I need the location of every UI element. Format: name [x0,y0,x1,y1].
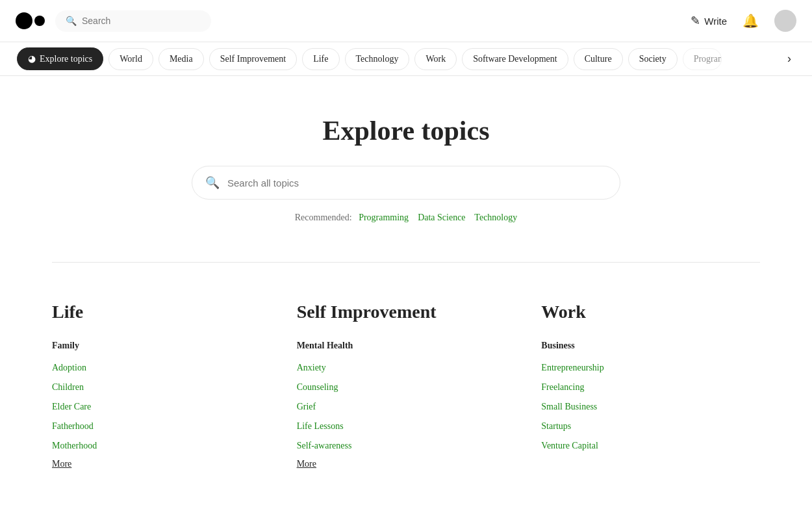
nav-item-world[interactable]: World [108,48,153,70]
link-freelancing[interactable]: Freelancing [541,382,584,392]
list-item: Startups [541,416,760,436]
topic-nav: ◕ Explore topics World Media Self Improv… [0,42,812,76]
subcategory-mental-health: Mental Health Anxiety Counseling Grief L… [297,341,516,469]
topics-grid: Life Family Adoption Children Elder Care… [52,276,760,520]
link-adoption[interactable]: Adoption [52,363,86,372]
header-search-box[interactable]: 🔍 [55,10,211,32]
category-self-improvement: Self Improvement Mental Health Anxiety C… [297,302,516,482]
category-work-title: Work [541,302,760,322]
subcategory-business-title: Business [541,341,760,351]
nav-chevron-right[interactable]: › [782,49,796,68]
nav-item-world-label: World [120,54,142,64]
write-button[interactable]: ✎ Write [691,14,727,28]
list-item: Fatherhood [52,416,271,436]
header-search-icon: 🔍 [66,16,77,27]
recommended-link-data-science[interactable]: Data Science [418,213,465,222]
subcategory-business-links: Entrepreneurship Freelancing Small Busin… [541,358,760,455]
subcategory-family-links: Adoption Children Elder Care Fatherhood … [52,358,271,455]
nav-item-media[interactable]: Media [159,48,204,70]
nav-item-society[interactable]: Society [628,48,678,70]
subcategory-family-title: Family [52,341,271,351]
list-item: Counseling [297,377,516,396]
link-elder-care[interactable]: Elder Care [52,402,91,411]
nav-item-software-development-label: Software Development [473,54,557,64]
nav-item-life-label: Life [313,54,328,64]
link-children[interactable]: Children [52,382,84,392]
nav-item-technology[interactable]: Technology [345,48,410,70]
nav-item-explore-topics-label: Explore topics [40,54,92,64]
nav-item-culture[interactable]: Culture [574,48,623,70]
nav-item-media-label: Media [170,54,193,64]
logo-icon [16,12,45,29]
write-label: Write [704,16,727,27]
logo[interactable] [16,12,45,29]
list-item: Grief [297,396,516,416]
link-life-lessons[interactable]: Life Lessons [297,421,344,431]
hero-search-box[interactable]: 🔍 [192,166,620,200]
list-item: Self-awareness [297,436,516,455]
write-icon: ✎ [691,14,700,28]
category-life-title: Life [52,302,271,322]
link-motherhood[interactable]: Motherhood [52,441,97,450]
recommended-link-programming[interactable]: Programming [359,213,409,222]
nav-item-work[interactable]: Work [414,48,457,70]
subcategory-family: Family Adoption Children Elder Care Fath… [52,341,271,469]
recommended-label: Recommended: [295,213,352,222]
nav-item-software-development[interactable]: Software Development [462,48,568,70]
hero-search-input[interactable] [227,177,607,188]
category-work: Work Business Entrepreneurship Freelanci… [541,302,760,482]
hero-title: Explore topics [52,115,760,146]
subcategory-business: Business Entrepreneurship Freelancing Sm… [541,341,760,455]
main-content: Explore topics 🔍 Recommended: Programmin… [0,76,812,520]
header: 🔍 ✎ Write 🔔 [0,0,812,42]
list-item: Anxiety [297,358,516,377]
nav-item-work-label: Work [425,54,446,64]
list-item: Adoption [52,358,271,377]
nav-item-self-improvement-label: Self Improvement [220,54,286,64]
list-item: Life Lessons [297,416,516,436]
notifications-icon[interactable]: 🔔 [742,13,759,29]
nav-item-society-label: Society [639,54,666,64]
topic-nav-inner: ◕ Explore topics World Media Self Improv… [16,42,782,75]
list-item: Venture Capital [541,436,760,455]
link-counseling[interactable]: Counseling [297,382,338,392]
list-item: Children [52,377,271,396]
header-search-input[interactable] [82,16,186,26]
list-item: Entrepreneurship [541,358,760,377]
nav-item-technology-label: Technology [356,54,399,64]
header-right: ✎ Write 🔔 [691,10,796,32]
link-small-business[interactable]: Small Business [541,402,597,411]
family-more-link[interactable]: More [52,459,71,469]
link-self-awareness[interactable]: Self-awareness [297,441,352,450]
link-fatherhood[interactable]: Fatherhood [52,421,94,431]
list-item: Small Business [541,396,760,416]
list-item: Elder Care [52,396,271,416]
nav-item-self-improvement[interactable]: Self Improvement [209,48,297,70]
category-self-improvement-title: Self Improvement [297,302,516,322]
hero-search-icon: 🔍 [205,176,220,190]
recommended-section: Recommended: Programming Data Science Te… [52,213,760,223]
subcategory-mental-health-title: Mental Health [297,341,516,351]
link-grief[interactable]: Grief [297,402,316,411]
list-item: Freelancing [541,377,760,396]
link-entrepreneurship[interactable]: Entrepreneurship [541,363,603,372]
section-divider [52,262,760,263]
recommended-link-technology[interactable]: Technology [474,213,517,222]
category-life: Life Family Adoption Children Elder Care… [52,302,271,482]
subcategory-mental-health-links: Anxiety Counseling Grief Life Lessons Se… [297,358,516,455]
link-venture-capital[interactable]: Venture Capital [541,441,598,450]
nav-item-explore-topics[interactable]: ◕ Explore topics [17,47,103,70]
link-startups[interactable]: Startups [541,421,571,431]
nav-item-life[interactable]: Life [302,48,339,70]
mental-health-more-link[interactable]: More [297,459,316,469]
list-item: Motherhood [52,436,271,455]
hero-section: Explore topics 🔍 Recommended: Programmin… [52,76,760,249]
compass-icon: ◕ [28,53,36,64]
nav-item-programming-label: Programming [694,54,722,64]
link-anxiety[interactable]: Anxiety [297,363,326,372]
nav-item-culture-label: Culture [585,54,612,64]
avatar[interactable] [774,10,796,32]
nav-item-programming[interactable]: Programming [683,48,722,70]
